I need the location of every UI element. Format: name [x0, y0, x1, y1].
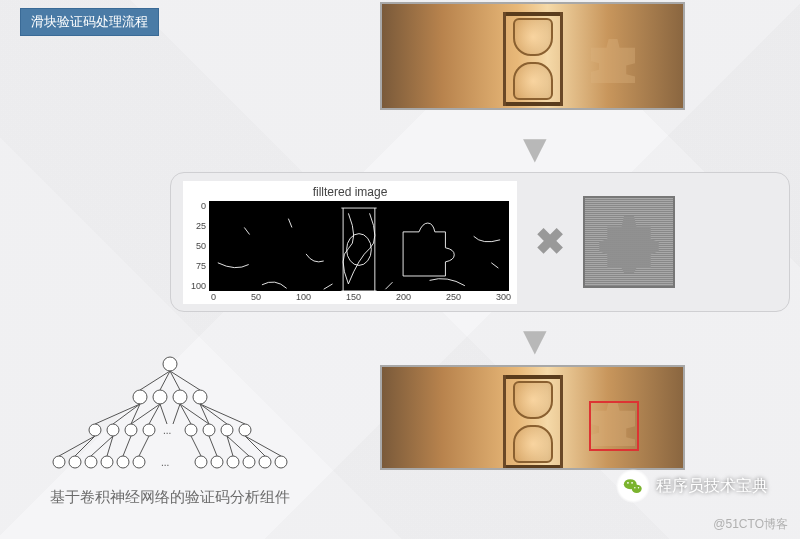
- cnn-component: ... ... 基于卷积神经网络的验证码分析组件: [10, 352, 330, 507]
- original-captcha-image: [380, 2, 685, 110]
- svg-line-17: [180, 404, 191, 424]
- svg-point-48: [133, 456, 145, 468]
- svg-point-55: [275, 456, 287, 468]
- svg-point-9: [193, 390, 207, 404]
- svg-point-52: [227, 456, 239, 468]
- svg-point-27: [185, 424, 197, 436]
- svg-line-31: [59, 436, 95, 456]
- filter-match-panel: filltered image 0 25 50 75 100: [170, 172, 790, 312]
- watermark-text: @51CTO博客: [713, 516, 788, 533]
- svg-point-58: [627, 482, 629, 484]
- svg-point-1: [163, 357, 177, 371]
- svg-point-8: [173, 390, 187, 404]
- puzzle-gap-icon: [591, 39, 635, 83]
- svg-line-15: [160, 404, 167, 424]
- hourglass-icon: [503, 375, 563, 469]
- svg-point-50: [195, 456, 207, 468]
- multiply-icon: ✖: [535, 221, 565, 263]
- svg-point-29: [221, 424, 233, 436]
- puzzle-piece-icon: [598, 211, 660, 273]
- cnn-caption: 基于卷积神经网络的验证码分析组件: [10, 488, 330, 507]
- arrow-down-icon: ▼: [515, 128, 555, 168]
- neural-network-icon: ... ...: [35, 352, 305, 482]
- svg-point-43: [53, 456, 65, 468]
- svg-point-60: [634, 487, 635, 488]
- wechat-account-overlay: 程序员技术宝典: [616, 469, 768, 503]
- svg-line-37: [191, 436, 201, 456]
- wechat-icon: [616, 469, 650, 503]
- svg-point-51: [211, 456, 223, 468]
- svg-text:...: ...: [163, 425, 171, 436]
- svg-point-6: [133, 390, 147, 404]
- svg-point-54: [259, 456, 271, 468]
- hourglass-icon: [503, 12, 563, 106]
- svg-point-7: [153, 390, 167, 404]
- svg-point-47: [117, 456, 129, 468]
- y-axis-ticks: 0 25 50 75 100: [191, 201, 209, 291]
- svg-point-0: [347, 233, 372, 265]
- result-captcha-image: [380, 365, 685, 470]
- detection-bounding-box: [589, 401, 639, 451]
- svg-line-16: [173, 404, 180, 424]
- svg-line-42: [245, 436, 281, 456]
- svg-point-44: [69, 456, 81, 468]
- svg-point-28: [203, 424, 215, 436]
- svg-line-36: [139, 436, 149, 456]
- svg-point-24: [125, 424, 137, 436]
- svg-point-22: [89, 424, 101, 436]
- svg-text:...: ...: [161, 457, 169, 468]
- svg-point-30: [239, 424, 251, 436]
- wechat-account-name: 程序员技术宝典: [656, 476, 768, 497]
- slider-template-piece: [583, 196, 675, 288]
- svg-line-14: [149, 404, 160, 424]
- filtered-image-chart: filltered image 0 25 50 75 100: [183, 181, 517, 304]
- edge-detected-image: [209, 201, 509, 291]
- svg-point-57: [632, 485, 642, 493]
- process-title-badge: 滑块验证码处理流程: [20, 8, 159, 36]
- svg-point-59: [631, 482, 633, 484]
- x-axis-ticks: 0 50 100 150 200 250 300: [211, 292, 511, 302]
- svg-point-25: [143, 424, 155, 436]
- arrow-down-icon: ▼: [515, 320, 555, 360]
- svg-line-35: [123, 436, 131, 456]
- svg-point-61: [638, 487, 639, 488]
- svg-point-45: [85, 456, 97, 468]
- svg-line-38: [209, 436, 217, 456]
- svg-point-23: [107, 424, 119, 436]
- svg-point-46: [101, 456, 113, 468]
- svg-point-53: [243, 456, 255, 468]
- chart-title: filltered image: [313, 185, 388, 199]
